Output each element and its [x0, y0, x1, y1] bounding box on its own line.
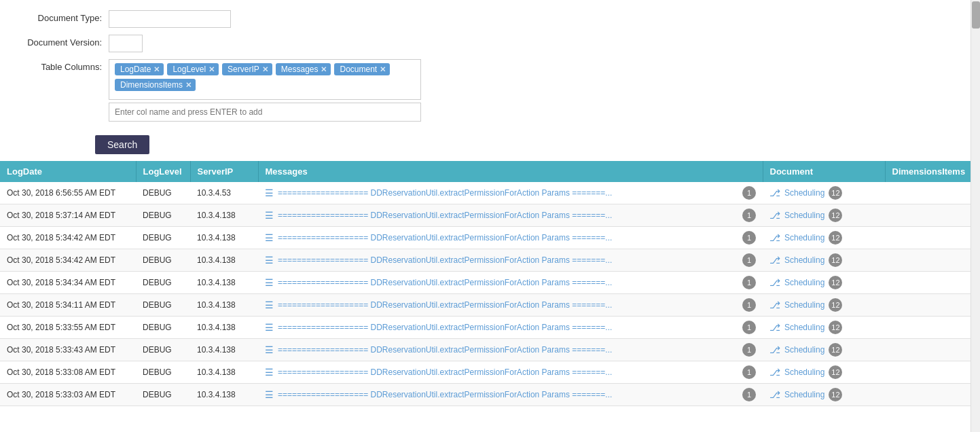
- cell-messages: ☰ =================== DDReservationUtil.…: [258, 339, 763, 361]
- tag-serverip[interactable]: ServerIP✕: [222, 63, 272, 75]
- table-row[interactable]: Oct 30, 2018 5:34:34 AM EDT DEBUG 10.3.4…: [0, 272, 980, 294]
- search-button[interactable]: Search: [95, 135, 149, 154]
- cell-document: ⎇ Scheduling 12: [763, 204, 885, 227]
- table-row[interactable]: Oct 30, 2018 5:33:55 AM EDT DEBUG 10.3.4…: [0, 317, 980, 339]
- cell-messages: ☰ =================== DDReservationUtil.…: [258, 249, 763, 272]
- list-icon: ☰: [265, 232, 274, 243]
- message-text: =================== DDReservationUtil.ex…: [278, 300, 738, 310]
- doc-label: Scheduling: [784, 323, 824, 332]
- tag-messages[interactable]: Messages✕: [276, 63, 331, 75]
- tag-loglevel[interactable]: LogLevel✕: [167, 63, 219, 75]
- doc-badge: 12: [829, 365, 842, 379]
- data-table: LogDate LogLevel ServerIP Messages Docum…: [0, 161, 980, 406]
- message-badge: 1: [742, 231, 756, 245]
- doc-label: Scheduling: [784, 188, 824, 198]
- cell-loglevel: DEBUG: [136, 317, 190, 339]
- cell-dimensionsitems: [885, 384, 980, 406]
- cell-messages: ☰ =================== DDReservationUtil.…: [258, 227, 763, 249]
- doc-label: Scheduling: [784, 345, 824, 355]
- doc-icon: ⎇: [769, 300, 780, 310]
- scrollbar-thumb[interactable]: [972, 1, 980, 29]
- tags-container: LogDate✕LogLevel✕ServerIP✕Messages✕Docum…: [109, 59, 421, 100]
- cell-dimensionsitems: [885, 272, 980, 294]
- doc-label: Scheduling: [784, 211, 824, 220]
- cell-logdate: Oct 30, 2018 5:33:43 AM EDT: [0, 339, 136, 361]
- form-section: Document Type: Document Version: Table C…: [0, 0, 980, 135]
- doc-label: Scheduling: [784, 390, 824, 399]
- message-text: =================== DDReservationUtil.ex…: [278, 367, 738, 377]
- tag-close-icon[interactable]: ✕: [208, 65, 215, 74]
- cell-dimensionsitems: [885, 294, 980, 317]
- tag-close-icon[interactable]: ✕: [321, 65, 327, 74]
- cell-document: ⎇ Scheduling 12: [763, 339, 885, 361]
- message-text: =================== DDReservationUtil.ex…: [278, 188, 738, 198]
- cell-dimensionsitems: [885, 361, 980, 384]
- cell-dimensionsitems: [885, 182, 980, 204]
- cell-loglevel: DEBUG: [136, 339, 190, 361]
- doc-badge: 12: [829, 209, 842, 222]
- doc-badge: 12: [829, 276, 842, 289]
- cell-serverip: 10.3.4.138: [190, 384, 258, 406]
- document-type-input[interactable]: [109, 10, 231, 28]
- document-version-row: Document Version:: [14, 35, 966, 52]
- scrollbar-track[interactable]: [970, 0, 980, 406]
- list-icon: ☰: [265, 389, 274, 400]
- tag-label: LogDate: [120, 65, 151, 74]
- message-badge: 1: [742, 253, 756, 267]
- tag-logdate[interactable]: LogDate✕: [115, 63, 164, 75]
- table-row[interactable]: Oct 30, 2018 5:34:42 AM EDT DEBUG 10.3.4…: [0, 249, 980, 272]
- table-header: LogDate LogLevel ServerIP Messages Docum…: [0, 161, 980, 182]
- table-row[interactable]: Oct 30, 2018 5:33:03 AM EDT DEBUG 10.3.4…: [0, 384, 980, 406]
- doc-badge: 12: [829, 231, 842, 245]
- doc-badge: 12: [829, 186, 842, 200]
- tag-document[interactable]: Document✕: [334, 63, 390, 75]
- tag-close-icon[interactable]: ✕: [153, 65, 160, 74]
- list-icon: ☰: [265, 300, 274, 310]
- message-text: =================== DDReservationUtil.ex…: [278, 233, 738, 242]
- tag-label: Messages: [281, 65, 319, 74]
- cell-logdate: Oct 30, 2018 5:33:08 AM EDT: [0, 361, 136, 384]
- tag-close-icon[interactable]: ✕: [380, 65, 386, 74]
- cell-messages: ☰ =================== DDReservationUtil.…: [258, 182, 763, 204]
- tag-label: ServerIP: [228, 65, 259, 74]
- cell-loglevel: DEBUG: [136, 272, 190, 294]
- cell-dimensionsitems: [885, 227, 980, 249]
- doc-badge: 12: [829, 388, 842, 401]
- message-text: =================== DDReservationUtil.ex…: [278, 211, 738, 220]
- tag-dimensionsitems[interactable]: DimensionsItems✕: [115, 79, 196, 91]
- cell-loglevel: DEBUG: [136, 227, 190, 249]
- message-badge: 1: [742, 298, 756, 312]
- message-badge: 1: [742, 276, 756, 289]
- tag-close-icon[interactable]: ✕: [262, 65, 268, 74]
- cell-logdate: Oct 30, 2018 5:34:34 AM EDT: [0, 272, 136, 294]
- cell-logdate: Oct 30, 2018 5:33:03 AM EDT: [0, 384, 136, 406]
- table-row[interactable]: Oct 30, 2018 5:37:14 AM EDT DEBUG 10.3.4…: [0, 204, 980, 227]
- cell-serverip: 10.3.4.53: [190, 182, 258, 204]
- doc-icon: ⎇: [769, 344, 780, 355]
- doc-icon: ⎇: [769, 187, 780, 198]
- tag-label: Document: [340, 65, 377, 74]
- table-row[interactable]: Oct 30, 2018 5:34:42 AM EDT DEBUG 10.3.4…: [0, 227, 980, 249]
- document-version-input[interactable]: [109, 35, 143, 52]
- cell-messages: ☰ =================== DDReservationUtil.…: [258, 317, 763, 339]
- table-row[interactable]: Oct 30, 2018 6:56:55 AM EDT DEBUG 10.3.4…: [0, 182, 980, 204]
- cell-logdate: Oct 30, 2018 5:34:42 AM EDT: [0, 249, 136, 272]
- doc-icon: ⎇: [769, 322, 780, 333]
- doc-badge: 12: [829, 321, 842, 334]
- cell-messages: ☰ =================== DDReservationUtil.…: [258, 204, 763, 227]
- document-type-label: Document Type:: [14, 10, 109, 23]
- cell-logdate: Oct 30, 2018 5:34:42 AM EDT: [0, 227, 136, 249]
- message-badge: 1: [742, 343, 756, 357]
- col-header-messages: Messages: [258, 161, 763, 182]
- col-header-document: Document: [763, 161, 885, 182]
- list-icon: ☰: [265, 277, 274, 288]
- table-row[interactable]: Oct 30, 2018 5:33:43 AM EDT DEBUG 10.3.4…: [0, 339, 980, 361]
- table-row[interactable]: Oct 30, 2018 5:33:08 AM EDT DEBUG 10.3.4…: [0, 361, 980, 384]
- tag-close-icon[interactable]: ✕: [185, 81, 192, 90]
- table-row[interactable]: Oct 30, 2018 5:34:11 AM EDT DEBUG 10.3.4…: [0, 294, 980, 317]
- col-name-input[interactable]: [109, 103, 421, 122]
- list-icon: ☰: [265, 367, 274, 378]
- doc-icon: ⎇: [769, 389, 780, 400]
- cell-messages: ☰ =================== DDReservationUtil.…: [258, 361, 763, 384]
- cell-dimensionsitems: [885, 339, 980, 361]
